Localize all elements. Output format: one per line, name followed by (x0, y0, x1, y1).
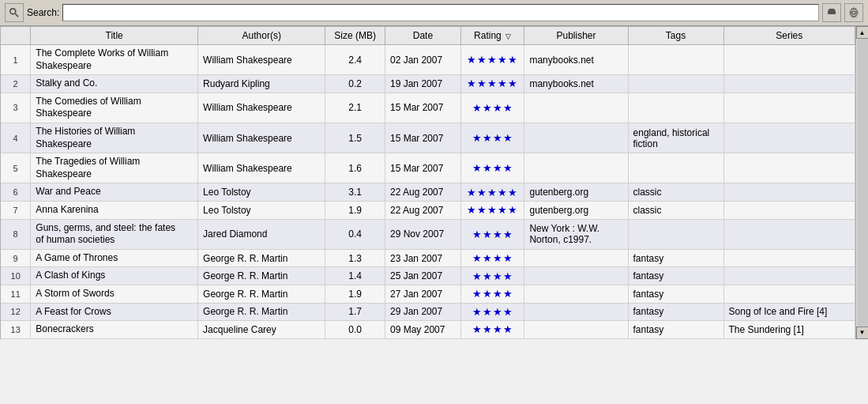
cell-rating[interactable]: ★★★★ (460, 303, 524, 321)
star-rating: ★★★★ (472, 323, 513, 335)
search-preferences-button[interactable] (844, 3, 863, 22)
cell-tags: fantasy (628, 285, 723, 303)
cell-title[interactable]: Guns, germs, and steel: the fates of hum… (31, 219, 198, 249)
cell-series (723, 267, 855, 285)
cell-title[interactable]: The Comedies of William Shakespeare (31, 93, 198, 123)
cell-tags (628, 45, 723, 75)
table-row[interactable]: 4The Histories of William ShakespeareWil… (1, 123, 855, 153)
cell-title[interactable]: Anna Karenina (31, 201, 198, 219)
col-header-publisher[interactable]: Publisher (524, 27, 628, 45)
table-row[interactable]: 6War and PeaceLeo Tolstoy3.122 Aug 2007★… (1, 183, 855, 202)
cell-num: 7 (1, 201, 31, 219)
star-rating: ★★★★★ (467, 204, 518, 216)
cell-rating[interactable]: ★★★★ (460, 267, 524, 285)
search-icon-button[interactable] (5, 3, 24, 22)
star-rating: ★★★★ (472, 102, 513, 114)
scroll-down-button[interactable]: ▼ (856, 327, 869, 339)
col-header-tags[interactable]: Tags (628, 27, 723, 45)
cell-date: 09 May 2007 (385, 321, 461, 339)
gear-icon (848, 7, 859, 18)
table-row[interactable]: 13BonecrackersJacqueline Carey0.009 May … (1, 321, 855, 339)
cell-publisher (524, 321, 628, 339)
cell-rating[interactable]: ★★★★ (460, 249, 524, 267)
cell-publisher: manybooks.net (524, 45, 628, 75)
cell-rating[interactable]: ★★★★ (460, 93, 524, 123)
cell-series (723, 123, 855, 153)
cell-title[interactable]: A Storm of Swords (31, 285, 198, 303)
cell-rating[interactable]: ★★★★★ (460, 75, 524, 93)
cell-authors: William Shakespeare (198, 45, 325, 75)
cell-date: 29 Nov 2007 (385, 219, 461, 249)
col-header-size[interactable]: Size (MB) (325, 27, 385, 45)
cell-title[interactable]: A Game of Thrones (31, 249, 198, 267)
cell-authors: Leo Tolstoy (198, 201, 325, 219)
table-row[interactable]: 2Stalky and Co.Rudyard Kipling0.219 Jan … (1, 75, 855, 93)
table-row[interactable]: 5The Tragedies of William ShakespeareWil… (1, 153, 855, 183)
cell-title[interactable]: Stalky and Co. (31, 75, 198, 93)
cell-tags: fantasy (628, 321, 723, 339)
col-header-rating[interactable]: Rating ▽ (460, 27, 524, 45)
cell-num: 12 (1, 303, 31, 321)
search-clear-button[interactable] (822, 3, 841, 22)
cell-series (723, 75, 855, 93)
cell-title[interactable]: The Tragedies of William Shakespeare (31, 153, 198, 183)
cell-rating[interactable]: ★★★★ (460, 321, 524, 339)
cell-rating[interactable]: ★★★★ (460, 153, 524, 183)
cell-date: 02 Jan 2007 (385, 45, 461, 75)
star-rating: ★★★★ (472, 270, 513, 282)
table-row[interactable]: 11A Storm of SwordsGeorge R. R. Martin1.… (1, 285, 855, 303)
svg-line-1 (15, 13, 18, 17)
star-rating: ★★★★ (472, 228, 513, 240)
cell-rating[interactable]: ★★★★ (460, 285, 524, 303)
table-row[interactable]: 7Anna KareninaLeo Tolstoy1.922 Aug 2007★… (1, 201, 855, 219)
table-row[interactable]: 10A Clash of KingsGeorge R. R. Martin1.4… (1, 267, 855, 285)
search-input[interactable] (62, 4, 819, 21)
cell-authors: William Shakespeare (198, 93, 325, 123)
cell-series (723, 45, 855, 75)
cell-title[interactable]: Bonecrackers (31, 321, 198, 339)
star-rating: ★★★★ (472, 132, 513, 144)
scroll-up-button[interactable]: ▲ (856, 26, 869, 39)
cell-rating[interactable]: ★★★★★ (460, 45, 524, 75)
cell-rating[interactable]: ★★★★★ (460, 183, 524, 202)
vertical-scrollbar[interactable]: ▲ ▼ (855, 26, 868, 339)
cell-tags: fantasy (628, 267, 723, 285)
cell-series (723, 153, 855, 183)
cell-authors: Rudyard Kipling (198, 75, 325, 93)
cell-authors: Jared Diamond (198, 219, 325, 249)
rating-sort-icon: ▽ (505, 32, 511, 40)
star-rating: ★★★★ (472, 162, 513, 174)
search-label: Search: (27, 7, 59, 18)
table-row[interactable]: 8Guns, germs, and steel: the fates of hu… (1, 219, 855, 249)
cell-num: 8 (1, 219, 31, 249)
col-header-title[interactable]: Title (31, 27, 198, 45)
cell-num: 1 (1, 45, 31, 75)
cell-size: 0.2 (325, 75, 385, 93)
table-row[interactable]: 3The Comedies of William ShakespeareWill… (1, 93, 855, 123)
svg-point-0 (10, 9, 16, 14)
cell-date: 15 Mar 2007 (385, 153, 461, 183)
cell-size: 2.1 (325, 93, 385, 123)
cell-date: 15 Mar 2007 (385, 123, 461, 153)
cell-size: 1.6 (325, 153, 385, 183)
col-header-date[interactable]: Date (385, 27, 461, 45)
cell-rating[interactable]: ★★★★ (460, 123, 524, 153)
cell-title[interactable]: The Complete Works of William Shakespear… (31, 45, 198, 75)
table-row[interactable]: 9A Game of ThronesGeorge R. R. Martin1.3… (1, 249, 855, 267)
scroll-track[interactable] (857, 39, 868, 327)
cell-title[interactable]: The Histories of William Shakespeare (31, 123, 198, 153)
col-header-authors[interactable]: Author(s) (198, 27, 325, 45)
col-header-series[interactable]: Series (723, 27, 855, 45)
cell-title[interactable]: A Feast for Crows (31, 303, 198, 321)
cell-publisher (524, 123, 628, 153)
table-row[interactable]: 12A Feast for CrowsGeorge R. R. Martin1.… (1, 303, 855, 321)
cell-size: 1.3 (325, 249, 385, 267)
book-table: Title Author(s) Size (MB) Date Rating ▽ … (0, 26, 855, 339)
table-row[interactable]: 1The Complete Works of William Shakespea… (1, 45, 855, 75)
cell-title[interactable]: War and Peace (31, 183, 198, 202)
cell-rating[interactable]: ★★★★ (460, 219, 524, 249)
cell-authors: George R. R. Martin (198, 303, 325, 321)
cell-rating[interactable]: ★★★★★ (460, 201, 524, 219)
cell-tags (628, 153, 723, 183)
cell-title[interactable]: A Clash of Kings (31, 267, 198, 285)
